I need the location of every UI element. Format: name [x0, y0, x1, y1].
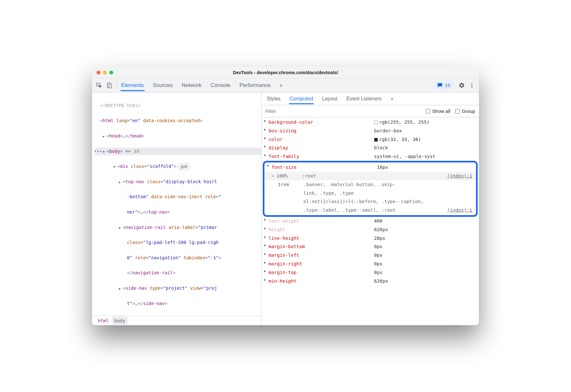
head-tag[interactable]: <head>…</head> [95, 132, 261, 140]
goto-arrow-icon[interactable]: ➔ [271, 172, 277, 180]
prop-min-height[interactable]: ▶min-height626px [262, 277, 479, 286]
html-tag[interactable]: <html lang="en" data-cookies-accepted> [95, 117, 261, 125]
prop-margin-bottom[interactable]: ▶margin-bottom0px [262, 242, 479, 251]
devtools-window: DevTools - developer.chrome.com/docs/dev… [92, 67, 479, 325]
tabs-overflow[interactable]: » [279, 80, 283, 91]
breadcrumb-body[interactable]: body [112, 317, 128, 325]
tab-layout[interactable]: Layout [321, 93, 338, 104]
font-size-source-1[interactable]: ➔100%:root(index):1 [264, 172, 476, 180]
prop-color[interactable]: ▶colorrgb(32, 33, 36) [262, 135, 479, 144]
svg-point-5 [471, 87, 472, 88]
tab-sources[interactable]: Sources [152, 80, 173, 91]
dom-tree[interactable]: <!DOCTYPE html> <html lang="en" data-coo… [92, 92, 261, 316]
svg-rect-2 [109, 84, 112, 88]
minimize-window-button[interactable] [103, 71, 107, 74]
group-checkbox[interactable]: Group [455, 108, 475, 114]
issues-badge[interactable]: 15 [434, 81, 453, 90]
tab-styles[interactable]: Styles [266, 93, 281, 104]
elements-panel: <!DOCTYPE html> <html lang="en" data-coo… [92, 92, 262, 325]
prop-display[interactable]: ▶displayblock [262, 144, 479, 152]
tab-network[interactable]: Network [181, 80, 202, 91]
device-toggle-icon[interactable] [105, 81, 114, 90]
prop-margin-left[interactable]: ▶margin-left0px [262, 251, 479, 260]
breadcrumb: html body [92, 316, 261, 325]
filter-input[interactable] [265, 108, 421, 114]
show-all-checkbox[interactable]: Show all [426, 108, 450, 114]
prop-margin-top[interactable]: ▶margin-top0px [262, 268, 479, 277]
maximize-window-button[interactable] [109, 71, 113, 74]
tab-console[interactable]: Console [210, 80, 231, 91]
prop-line-height[interactable]: ▶line-height28px [262, 234, 479, 243]
inspect-icon[interactable] [95, 81, 104, 90]
tab-event-listeners[interactable]: Event Listeners [346, 93, 382, 104]
chat-icon [437, 82, 443, 88]
doctype: <!DOCTYPE html> [95, 102, 261, 110]
side-nav-tag[interactable]: <side-nav type="project" view="proj [95, 285, 261, 292]
main-tabs: Elements Sources Network Console Perform… [121, 80, 283, 91]
prop-background-color[interactable]: ▶background-colorrgb(255, 255, 255) [262, 118, 479, 127]
prop-height[interactable]: ▶height626px [262, 225, 479, 234]
styles-tabs-overflow[interactable]: » [390, 93, 394, 104]
tab-computed[interactable]: Computed [289, 93, 314, 104]
window-title: DevTools - developer.chrome.com/docs/dev… [113, 70, 458, 75]
svg-point-3 [471, 83, 472, 84]
titlebar: DevTools - developer.chrome.com/docs/dev… [92, 67, 479, 78]
main-tag[interactable]: <main data-search-inert data-side-n [95, 315, 261, 316]
issues-count: 15 [445, 82, 450, 88]
prop-font-family[interactable]: ▶font-familysystem-ui, -apple-syst [262, 152, 479, 161]
prop-font-weight[interactable]: ▶font-weight400 [262, 217, 479, 225]
tab-performance[interactable]: Performance [239, 80, 271, 91]
prop-box-sizing[interactable]: ▶box-sizingborder-box [262, 127, 479, 135]
styles-panel: Styles Computed Layout Event Listeners »… [262, 92, 479, 325]
navigation-rail-tag[interactable]: <navigation-rail aria-label="primar [95, 224, 261, 231]
settings-icon[interactable] [457, 81, 466, 90]
layout-badge-grid[interactable]: grid [178, 163, 190, 170]
div-scaffold[interactable]: <div class="scaffold">grid [95, 163, 261, 170]
font-size-source-2[interactable]: 1rem.banner, .material-button, .skip- [264, 180, 476, 189]
body-tag-selected[interactable]: ••• <body> == $0 [95, 148, 261, 155]
prop-margin-right[interactable]: ▶margin-right0px [262, 260, 479, 268]
svg-point-4 [471, 85, 472, 86]
styles-tabs: Styles Computed Layout Event Listeners » [262, 92, 479, 105]
font-size-highlight: ▼font-size16px ➔100%:root(index):1 1rem.… [263, 161, 478, 217]
filter-row: Show all Group [262, 105, 479, 117]
kebab-menu-icon[interactable] [467, 81, 476, 90]
tab-elements[interactable]: Elements [121, 80, 145, 91]
main-toolbar: Elements Sources Network Console Perform… [92, 78, 479, 92]
close-window-button[interactable] [97, 71, 100, 74]
prop-font-size[interactable]: ▼font-size16px [264, 163, 476, 172]
breadcrumb-html[interactable]: html [95, 317, 111, 325]
computed-list[interactable]: ▶background-colorrgb(255, 255, 255) ▶box… [262, 117, 479, 325]
top-nav-tag[interactable]: <top-nav class="display-block hairl [95, 178, 261, 186]
traffic-lights [97, 71, 113, 74]
